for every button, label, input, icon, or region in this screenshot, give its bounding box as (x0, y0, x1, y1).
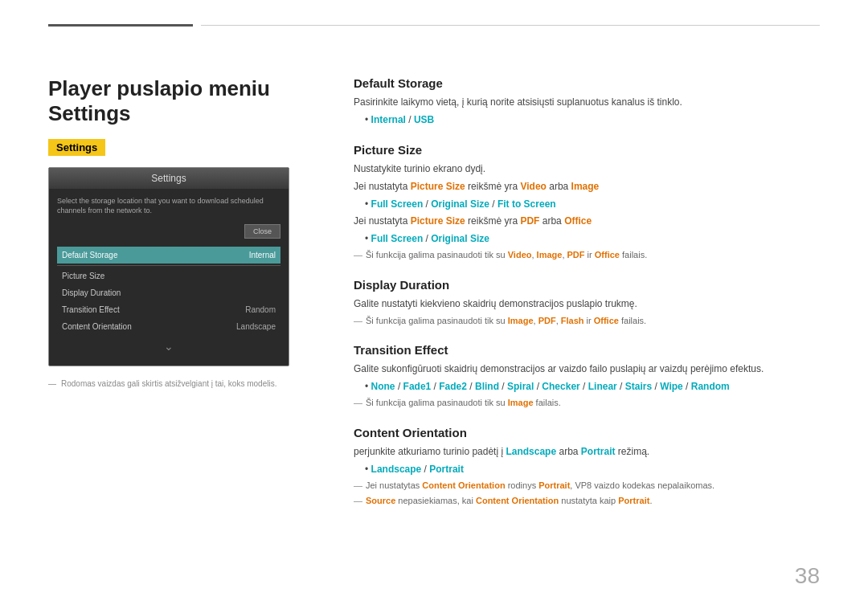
mockup-row-default-storage[interactable]: Default Storage Internal (57, 247, 280, 264)
section-content-orientation: Content Orientation perjunkite atkuriamo… (354, 426, 820, 508)
section-title-picture-size: Picture Size (354, 143, 820, 157)
picture-size-desc2: Jei nustatyta Picture Size reikšmė yra V… (354, 179, 820, 194)
mockup-description: Select the storage location that you wan… (57, 197, 280, 215)
display-duration-note: ― Ši funkcija galima pasinaudoti tik su … (354, 314, 820, 328)
section-default-storage: Default Storage Pasirinkite laikymo viet… (354, 76, 820, 127)
section-transition-effect: Transition Effect Galite sukonfigūruoti … (354, 343, 820, 410)
section-display-duration: Display Duration Galite nustatyti kiekvi… (354, 278, 820, 328)
content-orientation-note1: ― Jei nustatytas Content Orientation rod… (354, 479, 820, 492)
mockup-chevron-down-icon: ⌄ (57, 335, 280, 358)
default-storage-desc: Pasirinkite laikymo vietą, į kurią norit… (354, 95, 820, 109)
section-title-default-storage: Default Storage (354, 76, 820, 90)
mockup-row-transition-effect[interactable]: Transition Effect Random (57, 301, 280, 318)
mockup-row-picture-size[interactable]: Picture Size (57, 268, 280, 284)
mockup-close-button[interactable]: Close (244, 224, 280, 239)
settings-badge: Settings (48, 139, 105, 156)
default-storage-bullet: Internal / USB (365, 112, 820, 127)
mockup-row-label: Content Orientation (62, 322, 132, 331)
transition-effect-note: ― Ši funkcija galima pasinaudoti tik su … (354, 396, 820, 410)
mockup-row-value: Landscape (236, 322, 276, 331)
picture-size-bullet1: Full Screen / Original Size / Fit to Scr… (365, 197, 820, 211)
footer-note: ― Rodomas vaizdas gali skirtis atsižvelg… (48, 379, 321, 388)
mockup-row-display-duration[interactable]: Display Duration (57, 284, 280, 301)
content-orientation-desc: perjunkite atkuriamo turinio padėtį į La… (354, 444, 820, 459)
picture-size-note: ― Ši funkcija galima pasinaudoti tik su … (354, 248, 820, 262)
picture-size-bullet2: Full Screen / Original Size (365, 231, 820, 246)
section-title-display-duration: Display Duration (354, 278, 820, 292)
display-duration-desc: Galite nustatyti kiekvieno skaidrių demo… (354, 296, 820, 311)
transition-effect-bullet: None / Fade1 / Fade2 / Blind / Spiral / … (365, 379, 820, 394)
picture-size-desc1: Nustatykite turinio ekrano dydį. (354, 161, 820, 176)
mockup-row-content-orientation[interactable]: Content Orientation Landscape (57, 318, 280, 335)
mockup-row-value: Random (245, 305, 276, 314)
page-title: Player puslapio meniu Settings (48, 76, 321, 126)
content-orientation-bullet: Landscape / Portrait (365, 462, 820, 476)
section-title-content-orientation: Content Orientation (354, 426, 820, 439)
mockup-row-value: Internal (249, 251, 276, 260)
transition-effect-desc: Galite sukonfigūruoti skaidrių demonstra… (354, 362, 820, 376)
mockup-row-label: Display Duration (62, 288, 121, 297)
page-number: 38 (795, 563, 820, 589)
picture-size-desc3: Jei nustatyta Picture Size reikšmė yra P… (354, 214, 820, 228)
section-picture-size: Picture Size Nustatykite turinio ekrano … (354, 143, 820, 262)
content-orientation-note2: ― Source nepasiekiamas, kai Content Orie… (354, 494, 820, 508)
section-title-transition-effect: Transition Effect (354, 343, 820, 357)
settings-mockup: Settings Select the storage location tha… (48, 167, 289, 366)
mockup-title-bar: Settings (49, 168, 289, 189)
top-decoration (48, 24, 820, 27)
mockup-row-label: Transition Effect (62, 305, 120, 314)
mockup-row-label: Default Storage (62, 251, 118, 260)
mockup-row-label: Picture Size (62, 272, 104, 280)
